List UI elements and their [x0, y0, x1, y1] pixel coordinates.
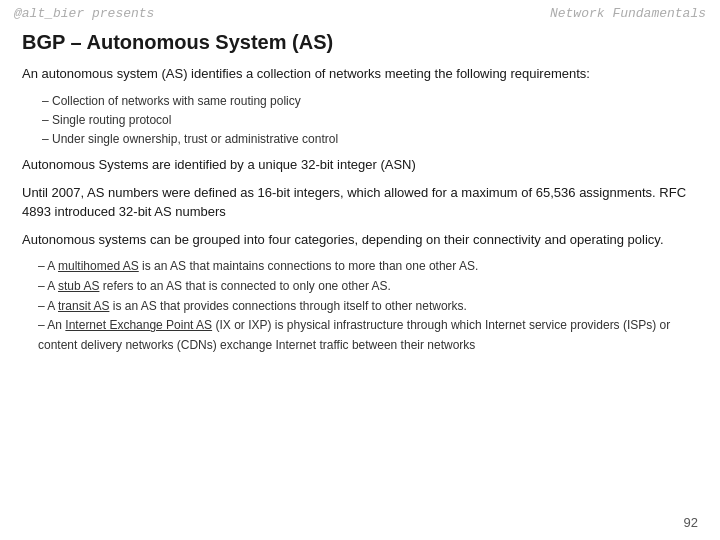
- sub-bullet-stub: – A stub AS refers to an AS that is conn…: [38, 277, 698, 297]
- header-right: Network Fundamentals: [550, 6, 706, 21]
- main-content: BGP – Autonomous System (AS) An autonomo…: [0, 25, 720, 370]
- section2: Until 2007, AS numbers were defined as 1…: [22, 183, 698, 222]
- bullet-item-2: – Single routing protocol: [42, 111, 698, 130]
- sub-bullet-prefix-4: – An: [38, 318, 65, 332]
- transit-as-link: transit AS: [58, 299, 109, 313]
- page-title: BGP – Autonomous System (AS): [22, 31, 698, 54]
- section1: Autonomous Systems are identified by a u…: [22, 155, 698, 175]
- ixp-as-link: Internet Exchange Point AS: [65, 318, 212, 332]
- as-types-list: – A multihomed AS is an AS that maintain…: [38, 257, 698, 356]
- bullet-item-1: – Collection of networks with same routi…: [42, 92, 698, 111]
- header: @alt_bier presents Network Fundamentals: [0, 0, 720, 25]
- sub-bullet-multihomed: – A multihomed AS is an AS that maintain…: [38, 257, 698, 277]
- page-number: 92: [684, 515, 698, 530]
- sub-bullet-prefix-1: – A: [38, 259, 58, 273]
- requirements-list: – Collection of networks with same routi…: [42, 92, 698, 150]
- sub-bullet-prefix-2: – A: [38, 279, 58, 293]
- sub-bullet-prefix-3: – A: [38, 299, 58, 313]
- sub-bullet-ixp: – An Internet Exchange Point AS (IX or I…: [38, 316, 698, 356]
- sub-bullet-transit: – A transit AS is an AS that provides co…: [38, 297, 698, 317]
- sub-bullet-suffix-1: is an AS that maintains connections to m…: [139, 259, 479, 273]
- sub-bullet-suffix-3: is an AS that provides connections throu…: [109, 299, 467, 313]
- stub-as-link: stub AS: [58, 279, 99, 293]
- multihomed-as-link: multihomed AS: [58, 259, 139, 273]
- bullet-item-3: – Under single ownership, trust or admin…: [42, 130, 698, 149]
- section3: Autonomous systems can be grouped into f…: [22, 230, 698, 250]
- sub-bullet-suffix-2: refers to an AS that is connected to onl…: [99, 279, 391, 293]
- intro-text: An autonomous system (AS) identifies a c…: [22, 64, 698, 84]
- header-left: @alt_bier presents: [14, 6, 154, 21]
